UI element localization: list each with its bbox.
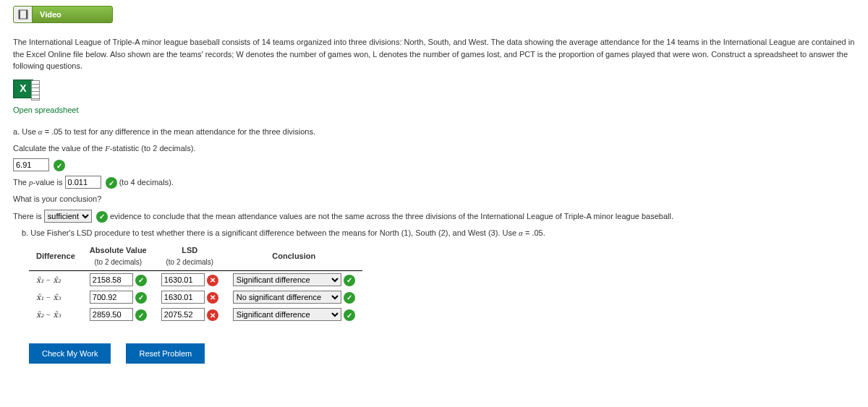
lsd-input[interactable] xyxy=(161,273,205,286)
reset-problem-button[interactable]: Reset Problem xyxy=(126,343,205,364)
check-icon: ✓ xyxy=(135,292,147,304)
lsd-table: Difference Absolute Value(to 2 decimals)… xyxy=(29,243,362,323)
check-icon: ✓ xyxy=(54,160,65,171)
check-icon: ✓ xyxy=(96,211,108,223)
check-my-work-button[interactable]: Check My Work xyxy=(29,343,111,364)
check-icon: ✓ xyxy=(344,292,355,304)
lsd-input[interactable] xyxy=(161,308,205,321)
col-conclusion: Conclusion xyxy=(226,243,362,270)
table-row: x̄₁ − x̄₂ ✓ ✕ Significant difference✓ xyxy=(29,270,362,288)
diff-label: x̄₁ − x̄₂ xyxy=(29,270,82,288)
conclusion-pre: There is xyxy=(13,212,44,220)
conclusion-select[interactable]: sufficient xyxy=(44,210,92,223)
svg-rect-2 xyxy=(26,10,27,19)
cross-icon: ✕ xyxy=(207,292,218,304)
check-icon: ✓ xyxy=(106,177,117,189)
excel-icon: X xyxy=(13,80,33,98)
part-a-prompt: a. Use α = .05 to test for any differenc… xyxy=(13,126,855,138)
conclusion-post: evidence to conclude that the mean atten… xyxy=(110,212,673,220)
lsd-input[interactable] xyxy=(161,291,205,304)
col-lsd: LSD(to 2 decimals) xyxy=(154,243,226,270)
film-icon xyxy=(14,7,33,22)
col-difference: Difference xyxy=(29,243,82,270)
part-b-prompt: b. Use Fisher's LSD procedure to test wh… xyxy=(22,227,855,239)
cross-icon: ✕ xyxy=(207,275,218,286)
check-icon: ✓ xyxy=(344,275,355,286)
conclusion-select-row[interactable]: Significant difference xyxy=(233,273,341,286)
cross-icon: ✕ xyxy=(207,309,218,321)
table-row: x̄₁ − x̄₃ ✓ ✕ No significant difference✓ xyxy=(29,288,362,306)
col-absolute: Absolute Value(to 2 decimals) xyxy=(82,243,154,270)
abs-input[interactable] xyxy=(90,273,133,286)
p-value-label: The p-value is xyxy=(13,178,65,187)
diff-label: x̄₂ − x̄₃ xyxy=(29,306,82,323)
svg-rect-1 xyxy=(19,10,20,19)
video-button[interactable]: Video xyxy=(13,6,113,23)
f-statistic-input[interactable] xyxy=(13,158,49,171)
table-row: x̄₂ − x̄₃ ✓ ✕ Significant difference✓ xyxy=(29,306,362,323)
abs-input[interactable] xyxy=(90,291,133,304)
conclusion-select-row[interactable]: No significant difference xyxy=(233,291,341,304)
check-icon: ✓ xyxy=(344,309,355,321)
abs-input[interactable] xyxy=(90,308,133,321)
intro-text: The International League of Triple-A min… xyxy=(13,36,855,72)
part-a-calc-line: Calculate the value of the F-statistic (… xyxy=(13,142,855,155)
conclusion-select-row[interactable]: Significant difference xyxy=(233,308,341,321)
p-value-input[interactable] xyxy=(65,176,101,189)
check-icon: ✓ xyxy=(135,275,147,286)
diff-label: x̄₁ − x̄₃ xyxy=(29,288,82,306)
video-label: Video xyxy=(33,7,112,22)
p-value-suffix: (to 4 decimals). xyxy=(119,178,174,187)
check-icon: ✓ xyxy=(135,309,147,321)
conclusion-question: What is your conclusion? xyxy=(13,193,855,205)
open-spreadsheet-link[interactable]: Open spreadsheet xyxy=(13,104,79,116)
